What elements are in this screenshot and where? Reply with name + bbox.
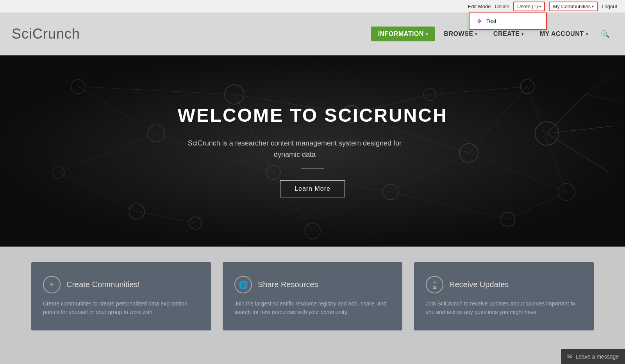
svg-line-38 (586, 75, 613, 94)
svg-line-28 (430, 87, 527, 94)
svg-line-17 (59, 133, 156, 172)
communities-dropdown-menu: ❖ Test (469, 12, 547, 30)
svg-line-19 (59, 172, 137, 211)
feature-header-create: + Create Communities! (43, 276, 199, 293)
svg-line-30 (469, 153, 566, 192)
online-label: Online (495, 4, 509, 9)
feature-title-share: Share Resources (258, 280, 318, 289)
svg-line-33 (508, 192, 566, 219)
feature-title-create: Create Communities! (66, 280, 140, 289)
share-resources-icon: 🌐 (234, 276, 252, 293)
top-bar: Edit Mode Online Users (1) ▾ My Communit… (0, 0, 625, 12)
feature-card-share-resources: 🌐 Share Resources Join the largest scien… (223, 262, 402, 330)
svg-line-20 (137, 211, 195, 223)
learn-more-button[interactable]: Learn More (280, 180, 345, 197)
nav-information[interactable]: INFORMATION ▾ (371, 27, 435, 41)
feature-card-create-communities: + Create Communities! Create communities… (31, 262, 211, 330)
feature-header-share: 🌐 Share Resources (234, 276, 391, 293)
search-button[interactable]: 🔍 (597, 26, 613, 42)
svg-line-34 (547, 94, 586, 133)
my-communities-chevron-icon: ▾ (592, 4, 594, 9)
users-label: Users (1) (517, 4, 538, 9)
create-communities-icon: + (43, 276, 61, 293)
hero-divider (301, 168, 324, 169)
svg-line-39 (586, 94, 621, 102)
edit-mode-button[interactable]: Edit Mode (468, 4, 491, 9)
svg-line-16 (78, 87, 234, 94)
site-logo[interactable]: SciCrunch (12, 26, 80, 42)
features-section: + Create Communities! Create communities… (0, 247, 625, 346)
feature-text-updates: Join SciCrunch to receive updates about … (426, 299, 582, 317)
community-name: Test (486, 18, 496, 24)
community-icon: ❖ (475, 17, 483, 25)
browse-chevron-icon: ▾ (475, 32, 477, 36)
users-dropdown[interactable]: Users (1) ▾ (513, 2, 545, 11)
users-chevron-icon: ▾ (539, 4, 541, 9)
hero-subtitle: SciCrunch is a researcher content manage… (177, 138, 412, 160)
myaccount-chevron-icon: ▾ (586, 32, 588, 36)
feature-header-updates: ≡≡ Receive Updates (426, 276, 582, 293)
svg-line-15 (78, 87, 156, 133)
my-communities-label: My Communities (553, 4, 591, 9)
feature-card-receive-updates: ≡≡ Receive Updates Join SciCrunch to rec… (414, 262, 594, 330)
svg-line-35 (547, 126, 617, 133)
svg-line-31 (527, 87, 566, 192)
hero-section: WELCOME TO SCICRUNCH SciCrunch is a rese… (0, 55, 625, 247)
live-chat-label: Leave a message (575, 353, 619, 360)
feature-title-updates: Receive Updates (449, 280, 509, 289)
svg-line-36 (547, 133, 609, 172)
hero-title: WELCOME TO SCICRUNCH (177, 105, 447, 126)
logout-button[interactable]: Logout (602, 4, 617, 9)
feature-text-share: Join the largest scientific resource reg… (234, 299, 391, 317)
svg-line-29 (469, 87, 527, 153)
community-test-item[interactable]: ❖ Test (470, 13, 546, 29)
dropdown-divider (473, 29, 542, 29)
search-icon: 🔍 (601, 30, 609, 38)
feature-text-create: Create communities to create personalize… (43, 299, 199, 317)
my-communities-dropdown[interactable]: My Communities ▾ (549, 2, 598, 11)
receive-updates-icon: ≡≡ (426, 276, 443, 293)
hero-content: WELCOME TO SCICRUNCH SciCrunch is a rese… (177, 105, 447, 197)
create-chevron-icon: ▾ (521, 32, 524, 36)
live-chat-icon: ✉ (567, 353, 572, 360)
live-chat-button[interactable]: ✉ Leave a message (561, 349, 625, 364)
information-chevron-icon: ▾ (426, 32, 428, 36)
